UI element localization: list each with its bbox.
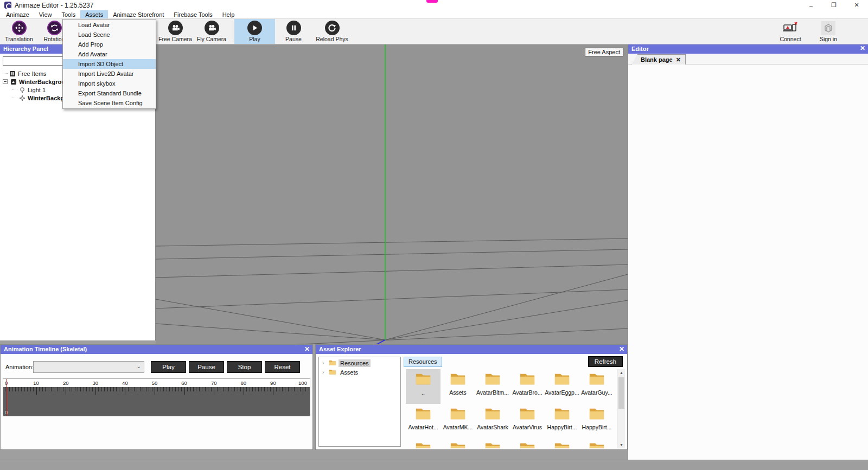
menu-item-load-scene[interactable]: Load Scene [63, 30, 156, 40]
scrollbar-thumb[interactable] [618, 377, 624, 409]
folder-unnamed[interactable] [406, 439, 441, 448]
free-camera-button[interactable]: Free Camera [158, 19, 192, 44]
rotation-label: Rotation [43, 36, 65, 42]
chevron-right-icon[interactable]: › [322, 369, 327, 375]
tree-connector [12, 98, 17, 98]
ruler-tick-label: 40 [122, 380, 128, 386]
folder-AvatarMK...[interactable]: AvatarMK... [441, 404, 475, 439]
menu-assets[interactable]: Assets [80, 10, 108, 18]
timeline-reset-button[interactable]: Reset [265, 361, 300, 373]
connect-label: Connect [780, 36, 801, 42]
close-icon[interactable]: ✕ [619, 345, 624, 353]
chevron-right-icon[interactable]: › [322, 360, 327, 366]
reload-phys-label: Reload Phys [316, 36, 348, 42]
tab-close-icon[interactable]: ✕ [676, 56, 681, 63]
menu-item-save-scene-item-config[interactable]: Save Scene Item Config [63, 98, 156, 108]
folder-..[interactable]: .. [406, 369, 441, 404]
viewport-3d[interactable]: Free Aspect [156, 44, 628, 344]
folder-icon [450, 407, 466, 423]
folder-icon [589, 372, 605, 388]
play-label: Play [249, 36, 260, 42]
ruler-tick-label: 90 [270, 380, 276, 386]
folder-icon [450, 441, 466, 448]
menu-item-load-avatar[interactable]: Load Avatar [63, 20, 156, 30]
fly-camera-button[interactable]: Fly Camera [194, 19, 229, 44]
ruler-major-tick [36, 387, 37, 395]
folder-tree-assets[interactable]: ›Assets [319, 368, 400, 377]
close-icon[interactable]: ✕ [304, 345, 310, 353]
menu-item-import-skybox[interactable]: Import skybox [63, 79, 156, 88]
tree-connector [12, 89, 17, 90]
free-aspect-button[interactable]: Free Aspect [585, 48, 623, 56]
menu-item-add-prop[interactable]: Add Prop [63, 40, 156, 49]
folder-AvatarVirus[interactable]: AvatarVirus [510, 404, 545, 439]
reload-phys-button[interactable]: Reload Phys [312, 19, 352, 44]
refresh-button[interactable]: Refresh [588, 356, 623, 367]
tab-blank-page[interactable]: Blank page ✕ [631, 54, 686, 65]
sign-in-button[interactable]: Sign in [815, 19, 842, 44]
pause-button[interactable]: Pause [277, 19, 310, 44]
folder-name: AvatarBitm... [476, 389, 509, 396]
folder-AvatarHot...[interactable]: AvatarHot... [406, 404, 441, 439]
timeline-stop-button[interactable]: Stop [227, 361, 262, 373]
translation-button[interactable]: Translation [2, 19, 36, 44]
tree-connector [3, 73, 8, 74]
menu-item-add-avatar[interactable]: Add Avatar [63, 49, 156, 59]
folder-AvatarGuy...[interactable]: AvatarGuy... [579, 369, 614, 404]
close-icon[interactable]: ✕ [845, 0, 868, 10]
scrollbar[interactable]: ▲ ▼ [617, 369, 625, 448]
ruler-major-tick [273, 387, 273, 395]
menu-tools[interactable]: Tools [56, 10, 80, 18]
scroll-up-icon[interactable]: ▲ [617, 369, 626, 376]
folder-unnamed[interactable] [441, 439, 475, 448]
folder-tree-resources[interactable]: ›Resources [319, 358, 400, 368]
pause-label: Pause [285, 36, 302, 42]
folder-AvatarShark[interactable]: AvatarShark [475, 404, 510, 439]
ruler-numbers: 0102030405060708090100 [3, 379, 310, 387]
timeline-pause-button[interactable]: Pause [189, 361, 224, 373]
folder-unnamed[interactable] [545, 439, 579, 448]
folder-icon [589, 407, 605, 423]
timeline-ruler[interactable]: 0102030405060708090100 0 [3, 378, 310, 416]
editor-panel-title: Editor [628, 44, 868, 54]
rotation-icon [47, 21, 62, 35]
folder-Assets[interactable]: Assets [441, 369, 475, 404]
connect-button[interactable]: Connect [773, 19, 808, 44]
menu-animaze-storefront[interactable]: Animaze Storefront [108, 10, 169, 18]
app-logo-icon [4, 2, 11, 9]
folder-name: AvatarMK... [443, 424, 473, 430]
folder-unnamed[interactable] [475, 439, 510, 448]
folder-icon [329, 359, 336, 367]
connect-devices-icon [782, 21, 799, 35]
minimize-icon[interactable]: – [800, 0, 822, 10]
menu-item-import-3d-object[interactable]: Import 3D Object [63, 59, 156, 69]
menu-animaze[interactable]: Animaze [1, 10, 34, 18]
folder-AvatarBro...[interactable]: AvatarBro... [510, 369, 545, 404]
folder-HappyBirt...[interactable]: HappyBirt... [545, 404, 579, 439]
menu-item-export-standard-bundle[interactable]: Export Standard Bundle [63, 88, 156, 98]
playhead[interactable] [7, 379, 7, 416]
light-icon [18, 86, 25, 93]
window-controls: – ❐ ✕ [800, 0, 868, 10]
menu-firebase-tools[interactable]: Firebase Tools [169, 10, 217, 18]
maximize-icon[interactable]: ❐ [822, 0, 845, 10]
asset-folder-grid: ..AssetsAvatarBitm...AvatarBro...AvatarE… [406, 369, 617, 448]
editor-body [628, 65, 868, 460]
folder-HappyBirt...[interactable]: HappyBirt... [579, 404, 614, 439]
current-folder-chip[interactable]: Resources [404, 357, 442, 367]
folder-unnamed[interactable] [579, 439, 614, 448]
menu-view[interactable]: View [34, 10, 57, 18]
play-button[interactable]: Play [234, 19, 275, 44]
collapse-icon[interactable] [3, 79, 8, 84]
folder-AvatarBitm...[interactable]: AvatarBitm... [475, 369, 510, 404]
close-icon[interactable]: ✕ [860, 44, 865, 53]
animation-select[interactable]: ⌄ [33, 361, 144, 373]
folder-unnamed[interactable] [510, 439, 545, 448]
ruler-major-tick [184, 387, 185, 395]
translation-icon [12, 21, 27, 35]
folder-AvatarEggp...[interactable]: AvatarEggp... [545, 369, 579, 404]
menu-item-import-live2d-avatar[interactable]: Import Live2D Avatar [63, 69, 156, 79]
scroll-down-icon[interactable]: ▼ [617, 441, 626, 448]
timeline-play-button[interactable]: Play [151, 361, 186, 373]
menu-help[interactable]: Help [218, 10, 240, 18]
